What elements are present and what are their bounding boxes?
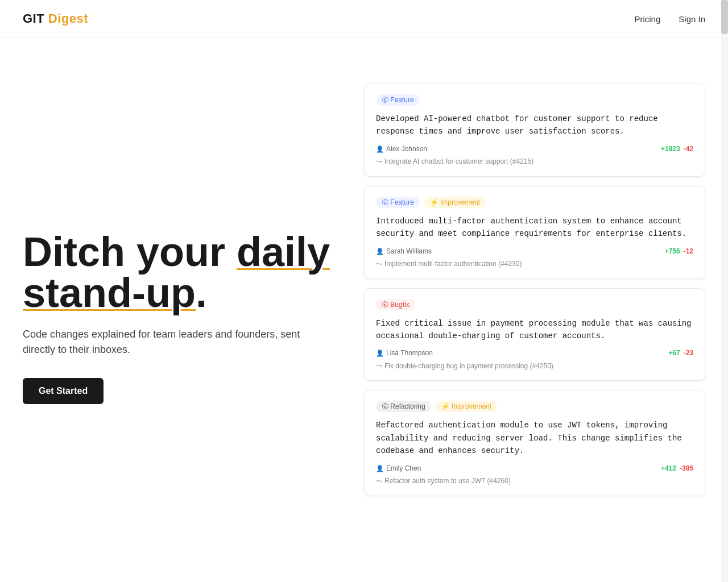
user-icon-2 [376,247,384,255]
tag-improvement-4: ⚡ Improvement [436,401,497,412]
scrollbar-track[interactable] [721,0,728,582]
card-2-commit-msg: Implement multi-factor authentication (#… [384,260,522,268]
card-1-author-name: Alex Johnson [386,145,427,153]
card-4-author-name: Emily Chen [386,464,421,472]
card-1-meta: Alex Johnson +1823 -42 [376,145,693,153]
card-1-commit-msg: Integrate AI chatbot for customer suppor… [384,157,533,165]
card-4-stat-remove: -385 [680,464,693,472]
hero-heading-text1: Ditch your [23,229,237,275]
card-1-tags: 🛈 Feature [376,94,693,106]
scrollbar-thumb[interactable] [721,0,728,34]
get-started-button[interactable]: Get Started [23,378,104,404]
user-icon-1 [376,145,384,153]
card-1-author: Alex Johnson [376,145,427,153]
main-content: Ditch your daily stand-up. Code changes … [0,38,728,550]
card-3-meta: Lisa Thompson +67 -23 [376,349,693,357]
card-2-commit: Implement multi-factor authentication (#… [376,260,693,268]
card-3-stat-remove: -23 [684,349,693,357]
user-icon-3 [376,349,384,357]
tag-feature-2: 🛈 Feature [376,197,420,208]
nav-links: Pricing Sign In [634,14,705,24]
hero-subtext: Code changes explained for team leaders … [23,327,307,357]
card-1-stat-remove: -42 [684,145,693,153]
card-3-description: Fixed critical issue in payment processi… [376,317,693,343]
card-2-tags: 🛈 Feature ⚡ Improvement [376,197,693,208]
commit-card-1: 🛈 Feature Developed AI-powered chatbot f… [364,84,705,177]
commit-card-2: 🛈 Feature ⚡ Improvement Introduced multi… [364,186,705,279]
hero-section: Ditch your daily stand-up. Code changes … [23,72,364,404]
card-3-author: Lisa Thompson [376,349,433,357]
hero-heading: Ditch your daily stand-up. [23,231,341,313]
logo-digest: Digest [48,11,88,26]
cards-panel: 🛈 Feature Developed AI-powered chatbot f… [364,72,705,519]
merge-icon-2 [376,260,382,268]
merge-icon-3 [376,361,382,370]
card-1-commit: Integrate AI chatbot for customer suppor… [376,157,693,166]
card-4-stat-add: +412 [661,464,676,472]
card-4-tags: 🛈 Refactoring ⚡ Improvement [376,401,693,412]
card-2-stat-remove: -12 [684,247,693,255]
navbar: GIT Digest Pricing Sign In [0,0,728,38]
tag-improvement-2: ⚡ Improvement [424,197,486,208]
card-2-meta: Sarah Williams +756 -12 [376,247,693,255]
card-2-author-name: Sarah Williams [386,247,432,255]
card-3-commit-msg: Fix double-charging bug in payment proce… [384,362,553,370]
merge-icon-4 [376,477,382,485]
tag-refactoring-4: 🛈 Refactoring [376,401,431,412]
commit-card-3: 🛈 Bugfix Fixed critical issue in payment… [364,288,705,381]
card-4-commit: Refactor auth system to use JWT (#4260) [376,477,693,485]
card-3-stat-add: +67 [668,349,680,357]
card-1-description: Developed AI-powered chatbot for custome… [376,113,693,138]
card-4-commit-msg: Refactor auth system to use JWT (#4260) [384,477,511,485]
card-2-stat-add: +756 [665,247,680,255]
card-3-stats: +67 -23 [668,349,693,357]
logo: GIT Digest [23,11,88,26]
card-2-description: Introduced multi-factor authentication s… [376,215,693,240]
merge-icon-1 [376,157,382,166]
nav-pricing[interactable]: Pricing [634,14,660,24]
card-4-meta: Emily Chen +412 -385 [376,464,693,472]
card-1-stat-add: +1823 [661,145,680,153]
card-4-description: Refactored authentication module to use … [376,419,693,457]
commit-card-4: 🛈 Refactoring ⚡ Improvement Refactored a… [364,390,705,496]
card-3-commit: Fix double-charging bug in payment proce… [376,361,693,370]
card-2-author: Sarah Williams [376,247,432,255]
tag-feature-1: 🛈 Feature [376,94,420,106]
user-icon-4 [376,464,384,472]
card-2-stats: +756 -12 [665,247,693,255]
card-4-stats: +412 -385 [661,464,693,472]
card-1-stats: +1823 -42 [661,145,693,153]
card-3-author-name: Lisa Thompson [386,349,433,357]
logo-git: GIT [23,11,44,26]
tag-bugfix-3: 🛈 Bugfix [376,299,415,310]
nav-signin[interactable]: Sign In [679,14,705,24]
hero-heading-text2: . [196,270,207,315]
card-4-author: Emily Chen [376,464,421,472]
card-3-tags: 🛈 Bugfix [376,299,693,310]
